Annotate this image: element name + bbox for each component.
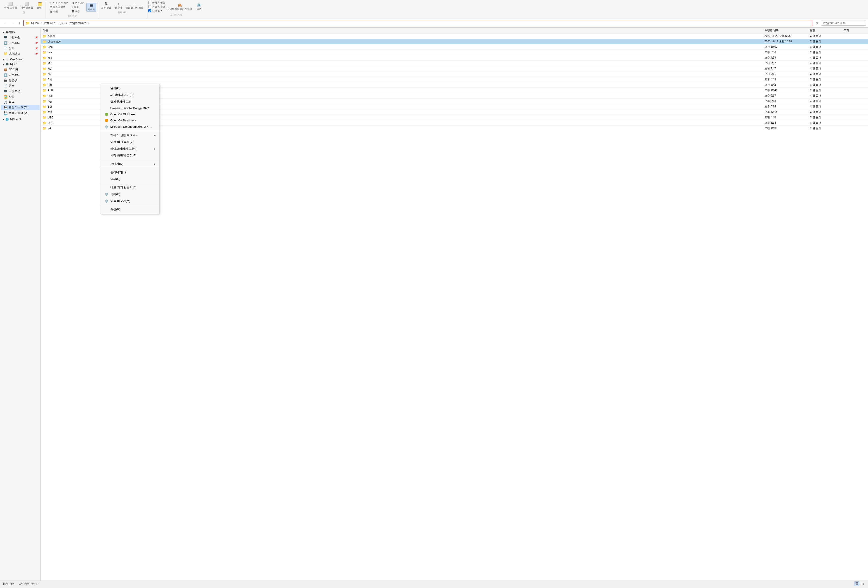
preview-window-button[interactable]: ⬜ 미리 보기 창 xyxy=(3,1,19,10)
ctx-git-gui[interactable]: 🟢 Open Git GUI here xyxy=(101,111,159,117)
ctx-pin-favorites[interactable]: 즐겨찾기에 고정 xyxy=(101,98,159,105)
ctx-pin-start[interactable]: 시작 화면에 고정(P) xyxy=(101,152,159,159)
up-button[interactable]: ↑ xyxy=(17,21,22,25)
ctx-git-bash[interactable]: 🟠 Open Git Bash here xyxy=(101,117,159,123)
table-row[interactable]: 📁Mic 오후 4:59파일 폴더 xyxy=(41,55,868,61)
table-row[interactable]: 📁NV 오전 8:47파일 폴더 xyxy=(41,66,868,71)
file-extension-label[interactable]: 파일 확장명 xyxy=(148,5,165,8)
table-row[interactable]: 📁Win 오전 12:00파일 폴더 xyxy=(41,126,868,131)
size-all-columns-button[interactable]: ↔ 모든 열 너비 조정 xyxy=(124,1,145,10)
item-checkbox-label[interactable]: 항목 확인란 xyxy=(148,1,165,4)
mypc-header[interactable]: ▾ 🖥️ 내 PC xyxy=(0,62,40,67)
big-icon-button[interactable]: ⊞ 큰 아이콘 xyxy=(70,1,86,5)
ctx-defender[interactable]: 🛡️ Microsoft Defender(으)로 검사... xyxy=(101,123,159,130)
ctx-cut[interactable]: 잘라내기(T) xyxy=(101,169,159,176)
favorites-header[interactable]: ▾ 즐겨찾기 xyxy=(0,30,40,35)
favorites-section: 🖥️ 바탕 화면 📌 ⬇️ 다운로드 📌 📄 문서 📌 📁 Lightshot … xyxy=(0,35,40,56)
detail-view-button[interactable]: ☰ 자세히 xyxy=(86,3,96,12)
address-breadcrumb: 내 PC › 로컬 디스크 (C:) › ProgramData xyxy=(31,21,86,25)
sidebar-item-local-c[interactable]: 💾 로컬 디스크 (C:) xyxy=(1,105,40,110)
show-hide-selected-button[interactable]: 🙈 선택한 항목 숨기기/해제 xyxy=(166,2,193,11)
sidebar-item-music[interactable]: 🎵 음악 xyxy=(1,99,40,105)
ctx-include-library[interactable]: 라이브러리에 포함(I) ▶ xyxy=(101,145,159,152)
content-button[interactable]: ☰ 내용 xyxy=(70,9,86,13)
icon-view-toggle[interactable]: ⊞ xyxy=(860,581,865,586)
ctx-properties[interactable]: 속성(R) xyxy=(101,206,159,213)
sidebar-item-downloads[interactable]: ⬇️ 다운로드 📌 xyxy=(1,40,40,46)
address-dropdown-button[interactable]: ▾ xyxy=(87,21,89,25)
explore-label: 탐색기 xyxy=(37,6,43,9)
col-size[interactable]: 크기 xyxy=(844,28,866,33)
table-row[interactable]: 📁Cho 오전 10:02파일 폴더 xyxy=(41,44,868,50)
tile-button[interactable]: ▦ 타일 xyxy=(49,9,69,13)
refresh-button[interactable]: ↻ xyxy=(814,21,819,25)
table-row[interactable]: 📁 Adobe 2023-11-23 오후 5:05 파일 폴더 xyxy=(41,34,868,39)
hidden-items-label[interactable]: 숨긴 항목 xyxy=(148,9,165,12)
mypc-label: 내 PC xyxy=(10,62,18,66)
ctx-copy[interactable]: 복사(C) xyxy=(101,176,159,182)
ctx-create-shortcut[interactable]: 바로 가기 만들기(S) xyxy=(101,184,159,191)
ctx-open-new-window[interactable]: 새 창에서 열기(E) xyxy=(101,92,159,98)
ctx-rename[interactable]: 🛡️ 이름 바꾸기(M) xyxy=(101,198,159,204)
table-row[interactable]: 📁NV 오전 9:11파일 폴더 xyxy=(41,71,868,77)
file-extension-input[interactable] xyxy=(148,5,151,8)
ctx-restore-prev[interactable]: 이전 버전 복원(V) xyxy=(101,139,159,145)
back-button[interactable]: ← xyxy=(2,21,8,25)
sidebar-item-documents[interactable]: 📄 문서 📌 xyxy=(1,46,40,51)
table-row[interactable]: 📁Sof 오후 6:14파일 폴더 xyxy=(41,104,868,109)
list-button[interactable]: ≡ 목록 xyxy=(70,5,86,9)
onedrive-header[interactable]: ▾ ☁️ OneDrive xyxy=(0,57,40,62)
col-type[interactable]: 유형 xyxy=(810,28,844,33)
ctx-send-to[interactable]: 보내기(N) ▶ xyxy=(101,161,159,167)
table-row[interactable]: 📁reg 오후 5:13파일 폴더 xyxy=(41,99,868,104)
file-list-header: 이름 수정한 날짜 유형 크기 xyxy=(41,28,868,34)
network-header[interactable]: ▾ 🌐 네트워크 xyxy=(0,117,40,122)
hidden-items-input[interactable] xyxy=(148,9,151,12)
explore-button[interactable]: 🗂️ 탐색기 xyxy=(35,1,45,10)
ctx-sep-4 xyxy=(101,183,159,183)
sidebar-item-doc2[interactable]: 📄 문서 xyxy=(1,83,40,89)
search-input[interactable] xyxy=(821,21,866,25)
network-label: 네트워크 xyxy=(10,117,21,121)
path-folder-icon: 📁 xyxy=(25,21,30,25)
sidebar-item-local-d[interactable]: 💾 로컬 디스크 (D:) xyxy=(1,110,40,115)
table-row[interactable]: 📁 chocolatey 2023-12-11 오전 10:02 파일 폴더 xyxy=(41,39,868,44)
toolbar: ⬜ 미리 보기 창 ⬜ 세부 정보 창 🗂️ 탐색기 창 ⊞ xyxy=(0,0,868,19)
ctx-access-rights[interactable]: 액세스 권한 부여 (G) ▶ xyxy=(101,132,159,139)
detail-view-toggle[interactable]: ☰ xyxy=(854,581,859,586)
table-row[interactable]: 📁ssh 오후 12:15파일 폴더 xyxy=(41,109,868,115)
table-row[interactable]: 📁Pac 오전 8:42파일 폴더 xyxy=(41,82,868,88)
sidebar-item-pictures[interactable]: 🖼️ 사진 xyxy=(1,94,40,99)
sidebar-item-desktop[interactable]: 🖥️ 바탕 화면 📌 xyxy=(1,35,40,40)
sidebar-item-video[interactable]: 🎬 동영상 xyxy=(1,78,40,83)
sidebar-item-desktop2[interactable]: 🖥️ 바탕 화면 xyxy=(1,89,40,94)
table-row[interactable]: 📁USC 오전 8:58파일 폴더 xyxy=(41,115,868,120)
col-name[interactable]: 이름 xyxy=(43,28,765,33)
options-button[interactable]: ⚙️ 옵션 xyxy=(194,2,204,11)
sidebar-item-3d[interactable]: 📦 3D 개체 xyxy=(1,67,40,72)
ctx-open[interactable]: 열기(O) xyxy=(101,85,159,92)
col-date[interactable]: 수정한 날짜 xyxy=(765,28,810,33)
table-row[interactable]: 📁Rec 오후 5:17파일 폴더 xyxy=(41,93,868,99)
ctx-browse-adobe[interactable]: Browse in Adobe Bridge 2022 xyxy=(101,105,159,111)
item-checkbox-input[interactable] xyxy=(148,1,151,4)
onedrive-label: OneDrive xyxy=(10,58,22,61)
large-icon-button[interactable]: ⊞ 아주 큰 아이콘 xyxy=(49,1,69,5)
sidebar-item-lightshot[interactable]: 📁 Lightshot 📌 xyxy=(1,51,40,56)
forward-button[interactable]: → xyxy=(9,21,16,25)
small-icon-button[interactable]: ⊟ 작은 아이콘 xyxy=(49,5,69,9)
table-row[interactable]: 📁USC 오후 6:14파일 폴더 xyxy=(41,120,868,126)
window-group-label: 창 xyxy=(3,10,45,14)
sort-by-button[interactable]: ⇅ 분류 방법 xyxy=(100,1,112,10)
table-row[interactable]: 📁Mic 오전 9:07파일 폴더 xyxy=(41,61,868,66)
add-column-button[interactable]: + 열 추가 xyxy=(113,1,124,10)
table-row[interactable]: 📁Pac 오후 5:03파일 폴더 xyxy=(41,77,868,82)
ctx-delete[interactable]: 🛡️ 삭제(D) xyxy=(101,191,159,198)
layout-group-label: 레이아웃 xyxy=(49,14,96,18)
table-row[interactable]: 📁PLU 오후 12:41파일 폴더 xyxy=(41,88,868,93)
detail-info-window-button[interactable]: ⬜ 세부 정보 창 xyxy=(19,1,35,10)
table-row[interactable]: 📁Inte 오후 8:08파일 폴더 xyxy=(41,50,868,55)
selected-count: 1개 항목 선택함 xyxy=(19,582,38,586)
address-path[interactable]: 📁 내 PC › 로컬 디스크 (C:) › ProgramData ▾ xyxy=(23,20,812,26)
sidebar-item-dl2[interactable]: ⬇️ 다운로드 xyxy=(1,72,40,78)
